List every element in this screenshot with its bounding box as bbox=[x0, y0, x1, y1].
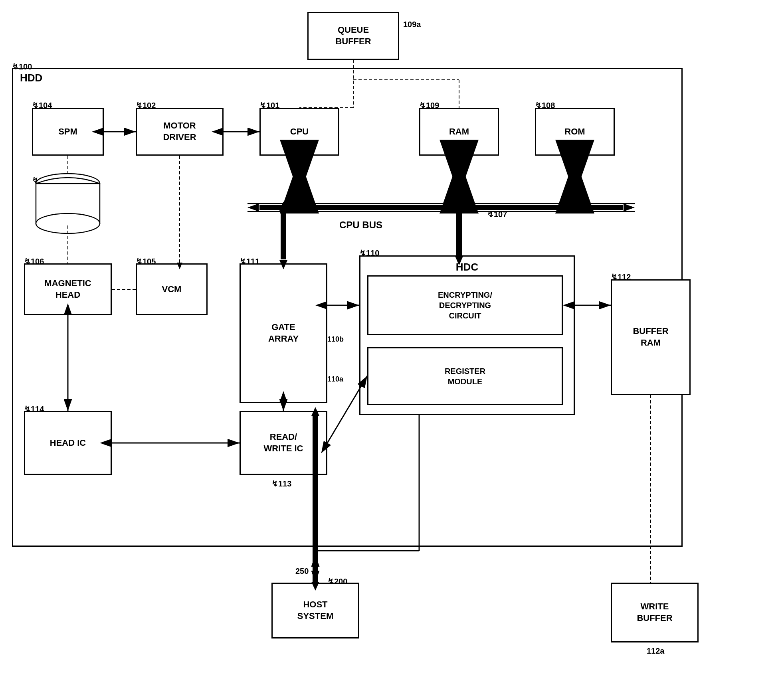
register-module-label: REGISTERMODULE bbox=[445, 366, 485, 387]
spm-block: SPM bbox=[32, 108, 104, 156]
hdc-label: HDC bbox=[456, 261, 478, 274]
cpu-block: CPU bbox=[259, 108, 339, 156]
register-module-block: REGISTERMODULE bbox=[367, 347, 563, 405]
rom-ref: ↯108 bbox=[535, 101, 555, 110]
host-system-block: HOSTSYSTEM bbox=[271, 583, 359, 638]
hdc-ref: ↯110 bbox=[359, 248, 379, 258]
host-system-ref: ↯200 bbox=[327, 577, 347, 586]
ram-label: RAM bbox=[449, 126, 469, 138]
cpu-bus-label: CPU BUS bbox=[339, 219, 382, 231]
gate-array-label: GATEARRAY bbox=[268, 322, 299, 344]
read-write-ic-block: READ/WRITE IC bbox=[240, 411, 327, 475]
cpu-bus-ref: ↯107 bbox=[487, 210, 507, 219]
encrypting-block: ENCRYPTING/DECRYPTINGCIRCUIT bbox=[367, 275, 563, 335]
buffer-ram-label: BUFFERRAM bbox=[633, 326, 668, 348]
magnetic-head-block: MAGNETICHEAD bbox=[24, 263, 112, 315]
magnetic-disk-ref: ↯103 bbox=[32, 176, 52, 185]
motor-driver-block: MOTORDRIVER bbox=[136, 108, 224, 156]
head-ic-ref: ↯114 bbox=[24, 404, 44, 414]
write-buffer-ref: 112a bbox=[647, 646, 665, 656]
motor-driver-label: MOTORDRIVER bbox=[163, 120, 196, 143]
magnetic-head-ref: ↯106 bbox=[24, 257, 44, 266]
head-ic-block: HEAD IC bbox=[24, 411, 112, 475]
motor-driver-ref: ↯102 bbox=[136, 101, 156, 110]
queue-buffer-block: QUEUEBUFFER bbox=[307, 12, 399, 60]
ram-block: RAM bbox=[419, 108, 499, 156]
spm-ref: ↯104 bbox=[32, 101, 52, 110]
write-buffer-block: WRITEBUFFER bbox=[611, 583, 699, 642]
queue-buffer-label: QUEUEBUFFER bbox=[335, 24, 371, 47]
buffer-ram-ref: ↯112 bbox=[611, 272, 631, 282]
diagram-container: QUEUEBUFFER 109a HDD ↯100 SPM ↯104 MOTOR… bbox=[0, 0, 784, 678]
rom-block: ROM bbox=[535, 108, 615, 156]
connection-250-label: 250 bbox=[295, 567, 309, 576]
hdd-label: HDD bbox=[20, 72, 42, 84]
head-ic-label: HEAD IC bbox=[50, 437, 86, 449]
rom-label: ROM bbox=[564, 126, 585, 138]
vcm-label: VCM bbox=[162, 284, 182, 295]
cpu-label: CPU bbox=[290, 126, 309, 138]
host-system-label: HOSTSYSTEM bbox=[297, 599, 333, 622]
read-write-ic-ref: ↯113 bbox=[271, 479, 291, 488]
gate-array-block: GATEARRAY bbox=[240, 263, 327, 403]
hdd-ref: ↯100 bbox=[12, 62, 32, 71]
spm-label: SPM bbox=[58, 126, 77, 138]
buffer-ram-block: BUFFERRAM bbox=[611, 279, 691, 395]
register-module-ref: 110a bbox=[327, 375, 343, 383]
cpu-ref: ↯101 bbox=[259, 101, 279, 110]
read-write-ic-label: READ/WRITE IC bbox=[264, 431, 303, 454]
vcm-ref: ↯105 bbox=[136, 257, 156, 266]
encrypting-label: ENCRYPTING/DECRYPTINGCIRCUIT bbox=[438, 290, 492, 321]
ram-ref: ↯109 bbox=[419, 101, 439, 110]
encrypting-ref: 110b bbox=[327, 335, 344, 344]
vcm-block: VCM bbox=[136, 263, 208, 315]
queue-buffer-ref: 109a bbox=[403, 20, 421, 29]
write-buffer-label: WRITEBUFFER bbox=[637, 601, 672, 624]
gate-array-ref: ↯111 bbox=[240, 257, 259, 266]
magnetic-head-label: MAGNETICHEAD bbox=[44, 278, 91, 300]
